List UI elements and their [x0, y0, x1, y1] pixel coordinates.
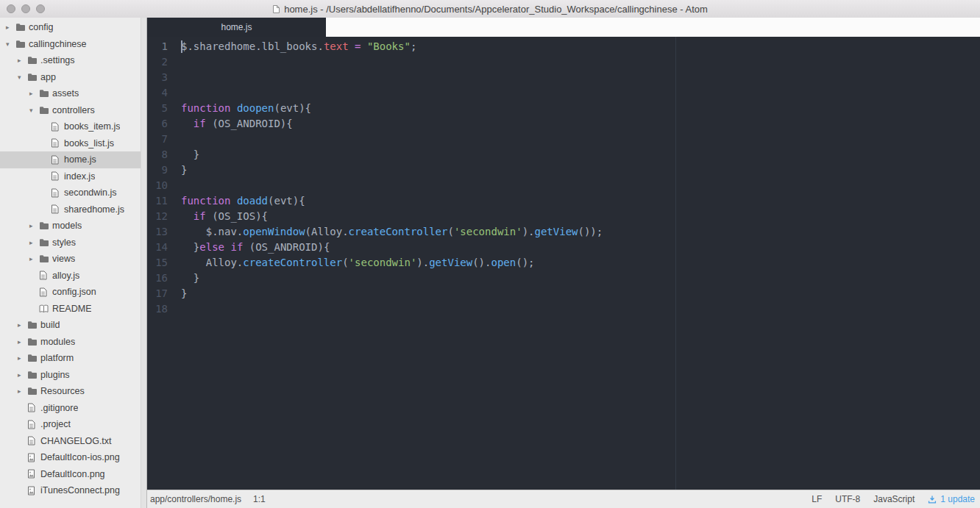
tree-item-alloy-js[interactable]: alloy.js: [0, 268, 146, 285]
line-number-10[interactable]: 10: [147, 178, 168, 193]
tree-item-app[interactable]: ▾app: [0, 69, 146, 86]
code-line-7[interactable]: [181, 132, 980, 147]
folder-icon: [27, 337, 40, 346]
tree-item-models[interactable]: ▸models: [0, 218, 146, 235]
chevron-right-icon[interactable]: ▸: [18, 321, 27, 329]
code-line-13[interactable]: $.nav.openWindow(Alloy.createController(…: [181, 224, 980, 240]
tree-item-styles[interactable]: ▸styles: [0, 235, 146, 251]
line-number-2[interactable]: 2: [147, 54, 168, 70]
tree-item-index-js[interactable]: index.js: [0, 168, 146, 185]
chevron-right-icon[interactable]: ▸: [6, 24, 15, 31]
chevron-right-icon[interactable]: ▸: [18, 57, 27, 64]
code-line-12[interactable]: if (OS_IOS){: [181, 209, 980, 224]
tree-item-modules[interactable]: ▸modules: [0, 334, 146, 351]
token-plain: (Alloy.: [305, 226, 349, 237]
line-number-7[interactable]: 7: [147, 132, 168, 147]
line-number-17[interactable]: 17: [147, 286, 168, 301]
folder-icon: [27, 371, 40, 379]
chevron-right-icon[interactable]: ▸: [29, 90, 39, 97]
tab-home-js[interactable]: home.js: [147, 18, 326, 37]
tree-item-home-js[interactable]: home.js: [0, 151, 146, 168]
code-line-9[interactable]: }: [181, 162, 980, 178]
tree-item-sharedhome-js[interactable]: sharedhome.js: [0, 201, 146, 218]
chevron-right-icon[interactable]: ▸: [18, 387, 27, 395]
tree-item-secondwin-js[interactable]: secondwin.js: [0, 185, 146, 201]
line-number-8[interactable]: 8: [147, 147, 168, 162]
editor-pane[interactable]: 123456789101112131415161718 $.sharedhome…: [147, 37, 980, 490]
line-number-4[interactable]: 4: [147, 85, 168, 101]
line-number-11[interactable]: 11: [147, 193, 168, 209]
tree-item-plugins[interactable]: ▸plugins: [0, 367, 146, 384]
line-number-3[interactable]: 3: [147, 70, 168, 85]
code-line-4[interactable]: [181, 85, 980, 101]
code-line-3[interactable]: [181, 70, 980, 85]
tree-item--settings[interactable]: ▸.settings: [0, 52, 146, 69]
tree-item-callingchinese[interactable]: ▾callingchinese: [0, 36, 146, 53]
line-number-1[interactable]: 1: [147, 39, 168, 54]
line-number-9[interactable]: 9: [147, 162, 168, 178]
line-number-16[interactable]: 16: [147, 271, 168, 286]
update-indicator[interactable]: 1 update: [928, 494, 975, 504]
code-line-6[interactable]: if (OS_ANDROID){: [181, 116, 980, 132]
tree-item-assets[interactable]: ▸assets: [0, 85, 146, 102]
tree-item--gitignore[interactable]: .gitignore: [0, 400, 146, 417]
tree-item-config-json[interactable]: config.json: [0, 284, 146, 301]
tree-item-views[interactable]: ▸views: [0, 251, 146, 268]
encoding-indicator[interactable]: UTF-8: [835, 494, 860, 504]
chevron-right-icon[interactable]: ▸: [29, 222, 39, 229]
tree-item-platform[interactable]: ▸platform: [0, 350, 146, 367]
line-number-14[interactable]: 14: [147, 240, 168, 255]
line-number-15[interactable]: 15: [147, 255, 168, 271]
code-line-2[interactable]: [181, 54, 980, 70]
code-line-17[interactable]: }: [181, 286, 980, 301]
tree-item-build[interactable]: ▸build: [0, 317, 146, 334]
tree-item-controllers[interactable]: ▾controllers: [0, 102, 146, 119]
chevron-right-icon[interactable]: ▸: [29, 255, 39, 262]
code-line-14[interactable]: }else if (OS_ANDROID){: [181, 240, 980, 255]
line-number-5[interactable]: 5: [147, 101, 168, 116]
chevron-right-icon[interactable]: ▸: [29, 239, 39, 246]
zoom-button[interactable]: [36, 4, 45, 13]
code-line-1[interactable]: $.sharedhome.lbl_books.text = "Books";: [181, 39, 980, 54]
line-number-6[interactable]: 6: [147, 116, 168, 132]
tree-item-readme[interactable]: README: [0, 301, 146, 318]
chevron-down-icon[interactable]: ▾: [29, 107, 39, 114]
tree-item-label: home.js: [64, 154, 96, 165]
close-button[interactable]: [7, 4, 15, 13]
tree-item-config[interactable]: ▸config: [0, 19, 146, 36]
code-line-8[interactable]: }: [181, 147, 980, 162]
token-plain: ();: [516, 257, 534, 268]
chevron-right-icon[interactable]: ▸: [18, 338, 27, 346]
line-number-13[interactable]: 13: [147, 224, 168, 240]
chevron-right-icon[interactable]: ▸: [18, 371, 27, 379]
tree-item-defaulticon-png[interactable]: DefaultIcon.png: [0, 466, 146, 483]
tree-item-itunesconnect-png[interactable]: iTunesConnect.png: [0, 482, 146, 499]
code-line-16[interactable]: }: [181, 271, 980, 286]
line-ending-indicator[interactable]: LF: [812, 494, 822, 504]
folder-icon: [39, 106, 52, 115]
chevron-down-icon[interactable]: ▾: [18, 74, 27, 81]
tree-item--project[interactable]: .project: [0, 416, 146, 433]
code-line-11[interactable]: function doadd(evt){: [181, 193, 980, 209]
code-line-18[interactable]: [181, 301, 980, 317]
token-plain: [230, 195, 236, 207]
file-icon: [51, 155, 63, 165]
tree-item-defaulticon-ios-png[interactable]: DefaultIcon-ios.png: [0, 449, 146, 466]
line-number-18[interactable]: 18: [147, 301, 168, 317]
tree-item-books-item-js[interactable]: books_item.js: [0, 118, 146, 135]
code-line-15[interactable]: Alloy.createController('secondwin').getV…: [181, 255, 980, 271]
token-function: getView: [429, 257, 472, 268]
tree-item-changelog-txt[interactable]: CHANGELOG.txt: [0, 433, 146, 450]
cursor-position[interactable]: 1:1: [253, 494, 266, 504]
chevron-right-icon[interactable]: ▸: [18, 354, 27, 362]
code-line-5[interactable]: function doopen(evt){: [181, 101, 980, 116]
grammar-indicator[interactable]: JavaScript: [873, 494, 915, 504]
chevron-down-icon[interactable]: ▾: [6, 40, 15, 48]
tree-item-books-list-js[interactable]: books_list.js: [0, 135, 146, 152]
code-line-10[interactable]: [181, 178, 980, 193]
minimize-button[interactable]: [21, 4, 30, 13]
tree-scrollbar[interactable]: [141, 18, 146, 508]
token-plain: Alloy.: [181, 257, 243, 268]
line-number-12[interactable]: 12: [147, 209, 168, 224]
tree-item-resources[interactable]: ▸Resources: [0, 383, 146, 400]
